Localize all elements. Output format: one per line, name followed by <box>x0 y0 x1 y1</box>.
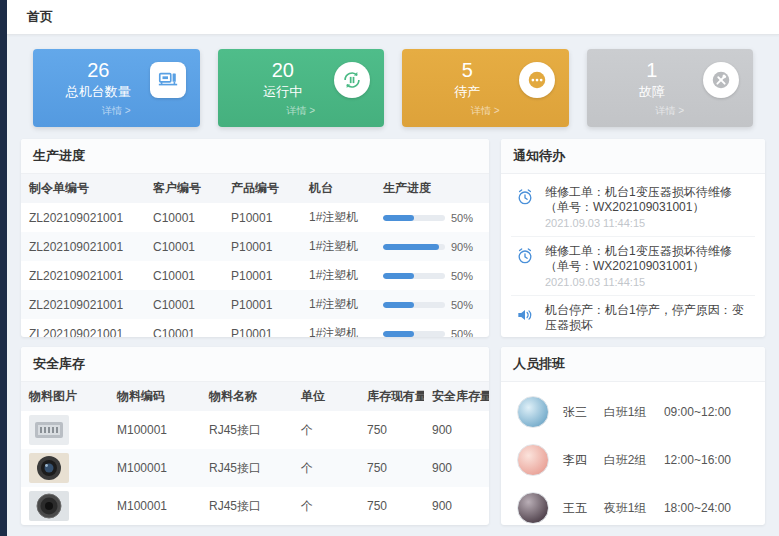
cell-progress: 50% <box>375 319 489 337</box>
panel-title: 生产进度 <box>21 139 489 174</box>
cell-customer: C10001 <box>145 232 223 261</box>
schedule-row: 王五 夜班1组 18:00~24:00 <box>515 484 751 525</box>
cell-progress: 50% <box>375 261 489 290</box>
schedule-row: 李四 白班2组 12:00~16:00 <box>515 436 751 484</box>
stat-card-fault[interactable]: 1 故障 详情 > <box>587 49 754 127</box>
column-header: 物料名称 <box>201 382 293 411</box>
shift-time: 09:00~12:00 <box>664 405 749 419</box>
notification-time: 2021.09.03 11:44:15 <box>545 276 753 288</box>
progress-percent: 50% <box>451 270 473 282</box>
card-detail-link[interactable]: 详情 > <box>232 104 371 118</box>
cell-machine: 1#注塑机 <box>301 319 375 337</box>
column-header: 制令单编号 <box>21 174 145 203</box>
shift-label: 白班2组 <box>604 452 650 469</box>
column-header: 机台 <box>301 174 375 203</box>
notification-text: 维修工单：机台1变压器损坏待维修（单号：WX202109031001） <box>545 185 753 215</box>
material-image-speaker <box>29 491 69 521</box>
cell-progress: 90% <box>375 232 489 261</box>
cell-machine: 1#注塑机 <box>301 232 375 261</box>
notification-text: 机台停产：机台1停产，停产原因：变压器损坏 <box>545 303 753 333</box>
progress-percent: 50% <box>451 328 473 338</box>
production-table: 制令单编号 客户编号 产品编号 机台 生产进度 交货日期 ZL202109021… <box>21 174 489 337</box>
stat-label: 运行中 <box>232 83 335 101</box>
progress-percent: 50% <box>451 212 473 224</box>
cell-product: P10001 <box>223 232 301 261</box>
cell-customer: C10001 <box>145 319 223 337</box>
machine-icon <box>150 62 186 98</box>
table-row: M100001 RJ45接口 个 750 900 <box>21 411 489 449</box>
card-detail-link[interactable]: 详情 > <box>47 104 186 118</box>
fault-icon <box>703 62 739 98</box>
cell-machine: 1#注塑机 <box>301 290 375 319</box>
table-row: ZL202109021001 C10001 P10001 1#注塑机 50% <box>21 203 489 232</box>
cell-stock: 750 <box>359 411 424 449</box>
clock-icon <box>513 244 537 268</box>
column-header: 客户编号 <box>145 174 223 203</box>
table-row: ZL202109021001 C10001 P10001 1#注塑机 90% <box>21 232 489 261</box>
person-name: 张三 <box>563 404 590 421</box>
cell-image <box>21 449 109 487</box>
notification-text: 维修工单：机台1变压器损坏待维修（单号：WX202109031001） <box>545 244 753 274</box>
column-header: 物料图片 <box>21 382 109 411</box>
stat-cards-row: 26 总机台数量 详情 > <box>21 45 765 127</box>
schedule-row: 张三 白班1组 09:00~12:00 <box>515 388 751 436</box>
card-detail-link[interactable]: 详情 > <box>416 104 555 118</box>
cell-order: ZL202109021001 <box>21 290 145 319</box>
notification-item[interactable]: 维修工单：机台1变压器损坏待维修（单号：WX202109031001） 2021… <box>511 237 755 296</box>
person-name: 王五 <box>563 500 590 517</box>
notification-item[interactable]: 维修工单：机台1变压器损坏待维修（单号：WX202109031001） 2021… <box>511 178 755 237</box>
tab-home[interactable]: 首页 <box>27 8 53 26</box>
stat-value: 5 <box>416 59 519 81</box>
progress-bar <box>383 302 445 308</box>
cell-customer: C10001 <box>145 261 223 290</box>
card-detail-link[interactable]: 详情 > <box>601 104 740 118</box>
material-image-lens <box>29 453 69 483</box>
avatar <box>517 492 549 524</box>
stat-card-total-machines[interactable]: 26 总机台数量 详情 > <box>33 49 200 127</box>
cell-progress: 50% <box>375 290 489 319</box>
cell-name: RJ45接口 <box>201 449 293 487</box>
cell-order: ZL202109021001 <box>21 232 145 261</box>
sidebar-strip <box>0 0 7 536</box>
shift-time: 18:00~24:00 <box>664 501 749 515</box>
progress-bar <box>383 215 445 221</box>
cell-safety: 900 <box>424 411 489 449</box>
shift-label: 夜班1组 <box>604 500 650 517</box>
stat-value: 26 <box>47 59 150 81</box>
cell-customer: C10001 <box>145 290 223 319</box>
cell-code: M100001 <box>109 487 201 525</box>
person-name: 李四 <box>563 452 590 469</box>
cell-unit: 个 <box>293 411 359 449</box>
progress-bar <box>383 331 445 337</box>
main-content: 26 总机台数量 详情 > <box>7 35 779 536</box>
progress-bar <box>383 273 445 279</box>
table-row: ZL202109021001 C10001 P10001 1#注塑机 50% <box>21 319 489 337</box>
notification-item[interactable]: 机台停产：机台1停产，停产原因：变压器损坏 2021.09.03 11:44:1… <box>511 296 755 337</box>
column-header: 安全库存量 <box>424 382 489 411</box>
progress-percent: 50% <box>451 299 473 311</box>
clock-icon <box>513 185 537 209</box>
column-header: 生产进度 <box>375 174 489 203</box>
avatar <box>517 396 549 428</box>
stat-label: 故障 <box>601 83 704 101</box>
cell-safety: 900 <box>424 487 489 525</box>
progress-percent: 90% <box>451 241 473 253</box>
stat-card-running[interactable]: 20 运行中 详情 > <box>218 49 385 127</box>
cell-image <box>21 487 109 525</box>
cell-safety: 900 <box>424 449 489 487</box>
column-header: 单位 <box>293 382 359 411</box>
table-row: ZL202109021001 C10001 P10001 1#注塑机 50% <box>21 261 489 290</box>
stat-value: 20 <box>232 59 335 81</box>
column-header: 库存现有量 <box>359 382 424 411</box>
running-icon <box>334 62 370 98</box>
cell-stock: 750 <box>359 449 424 487</box>
notification-time: 2021.09.03 11:44:15 <box>545 217 753 229</box>
speaker-icon <box>513 303 537 327</box>
avatar <box>517 444 549 476</box>
stat-value: 1 <box>601 59 704 81</box>
cell-machine: 1#注塑机 <box>301 203 375 232</box>
stat-card-standby[interactable]: 5 待产 详情 > <box>402 49 569 127</box>
panel-title: 通知待办 <box>501 139 765 174</box>
topbar: 首页 <box>7 0 779 35</box>
dashboard-root: 首页 26 总机台数量 <box>7 0 779 536</box>
